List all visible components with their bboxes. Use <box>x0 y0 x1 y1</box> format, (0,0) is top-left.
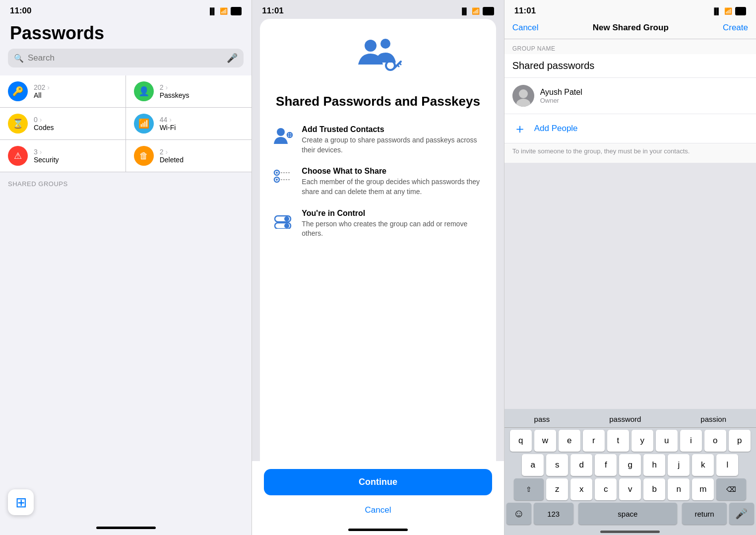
key-j[interactable]: j <box>668 454 690 476</box>
key-a[interactable]: a <box>522 454 544 476</box>
cancel-button[interactable]: Cancel <box>512 23 539 33</box>
battery-1: 91 <box>231 7 242 15</box>
feature-3-title: You're in Control <box>302 209 484 218</box>
panel2-bottom: Continue Cancel <box>252 461 504 535</box>
key-x[interactable]: x <box>570 478 592 500</box>
keyboard-rows: q w e r t y u i o p a s d f g h j k <box>504 428 756 500</box>
wifi-icon: 📶 <box>220 7 228 15</box>
key-w[interactable]: w <box>534 430 556 452</box>
key-f[interactable]: f <box>595 454 617 476</box>
grid-item-deleted[interactable]: 🗑 2 › Deleted <box>126 140 252 172</box>
add-icon: ⊞ <box>15 494 27 511</box>
status-bar-3: 11:01 ▐▌ 📶 91 <box>504 0 756 19</box>
keyboard-row-2: a s d f g h j k l <box>506 454 754 476</box>
key-v[interactable]: v <box>619 478 641 500</box>
key-s[interactable]: s <box>546 454 568 476</box>
key-q[interactable]: q <box>510 430 532 452</box>
key-emoji[interactable]: ☺ <box>506 503 531 525</box>
add-people-row[interactable]: ＋ Add People <box>504 114 756 143</box>
svg-point-1 <box>380 39 390 49</box>
key-shift[interactable]: ⇧ <box>514 478 544 500</box>
time-2: 11:01 <box>262 6 283 16</box>
key-m[interactable]: m <box>692 478 714 500</box>
key-i[interactable]: i <box>680 430 702 452</box>
keyboard-suggestions: pass password passion <box>504 409 756 428</box>
battery-3: 91 <box>735 7 746 15</box>
deleted-label: Deleted <box>160 156 244 164</box>
add-people-label[interactable]: Add People <box>534 124 578 134</box>
security-chevron: › <box>40 148 42 156</box>
feature-1-desc: Create a group to share passwords and pa… <box>302 135 484 155</box>
security-label: Security <box>34 156 118 164</box>
search-bar[interactable]: 🔍 🎤 <box>8 49 244 67</box>
key-g[interactable]: g <box>619 454 641 476</box>
intro-title: Shared Passwords and Passkeys <box>276 94 480 109</box>
signal-icon: ▐▌ <box>207 7 216 15</box>
status-icons-2: ▐▌ 📶 91 <box>460 7 494 15</box>
key-o[interactable]: o <box>704 430 726 452</box>
key-d[interactable]: d <box>570 454 592 476</box>
owner-row: Ayush Patel Owner <box>504 78 756 114</box>
group-name-input[interactable] <box>512 60 748 71</box>
key-z[interactable]: z <box>546 478 568 500</box>
key-p[interactable]: p <box>729 430 751 452</box>
search-input[interactable] <box>28 53 223 63</box>
signal-icon-3: ▐▌ <box>712 7 721 15</box>
all-chevron: › <box>47 83 50 91</box>
svg-point-0 <box>365 40 377 52</box>
passkeys-icon: 👤 <box>134 81 154 101</box>
status-bar-2: 11:01 ▐▌ 📶 91 <box>252 0 504 19</box>
grid-item-all[interactable]: 🔑 202 › All <box>0 75 126 108</box>
nav-bar: Cancel New Shared Group Create <box>504 19 756 39</box>
intro-content: Shared Passwords and Passkeys Add Truste… <box>260 19 496 514</box>
home-indicator-1 <box>0 527 252 529</box>
key-123[interactable]: 123 <box>534 503 573 525</box>
continue-button[interactable]: Continue <box>264 469 492 495</box>
suggestion-password[interactable]: password <box>603 413 647 425</box>
grid-item-wifi[interactable]: 📶 44 › Wi-Fi <box>126 108 252 140</box>
keyboard: pass password passion q w e r t y u i o … <box>504 409 756 535</box>
key-c[interactable]: c <box>595 478 617 500</box>
keyboard-row-3: ⇧ z x c v b n m ⌫ <box>506 478 754 500</box>
key-l[interactable]: l <box>716 454 738 476</box>
signal-icon-2: ▐▌ <box>460 7 469 15</box>
battery-2: 91 <box>483 7 494 15</box>
svg-line-5 <box>397 65 399 67</box>
passkeys-label: Passkeys <box>160 91 244 99</box>
key-r[interactable]: r <box>583 430 605 452</box>
key-y[interactable]: y <box>631 430 653 452</box>
group-name-field[interactable] <box>504 54 756 78</box>
deleted-chevron: › <box>165 148 168 156</box>
suggestion-passion[interactable]: passion <box>694 413 732 425</box>
grid-item-security[interactable]: ⚠ 3 › Security <box>0 140 126 172</box>
key-return[interactable]: return <box>682 503 727 525</box>
status-icons-1: ▐▌ 📶 91 <box>207 7 242 15</box>
key-b[interactable]: b <box>643 478 665 500</box>
add-button[interactable]: ⊞ <box>8 489 34 515</box>
keyboard-row-1: q w e r t y u i o p <box>506 430 754 452</box>
key-h[interactable]: h <box>643 454 665 476</box>
grid-item-passkeys[interactable]: 👤 2 › Passkeys <box>126 75 252 108</box>
key-delete[interactable]: ⌫ <box>716 478 746 500</box>
security-icon: ⚠ <box>8 146 28 166</box>
mic-icon[interactable]: 🎤 <box>227 53 238 64</box>
key-space[interactable]: space <box>578 503 677 525</box>
wifi-chevron: › <box>169 116 172 124</box>
feature-1-title: Add Trusted Contacts <box>302 125 484 134</box>
key-mic[interactable]: 🎤 <box>729 503 754 525</box>
key-t[interactable]: t <box>607 430 629 452</box>
feature-control: You're in Control The person who creates… <box>272 209 484 239</box>
key-n[interactable]: n <box>668 478 690 500</box>
key-u[interactable]: u <box>656 430 678 452</box>
codes-count: 0 <box>34 116 38 124</box>
create-button[interactable]: Create <box>723 23 748 33</box>
shared-groups-label: SHARED GROUPS <box>0 172 252 192</box>
grid-item-codes[interactable]: ⌛ 0 › Codes <box>0 108 126 140</box>
feature-control-icon <box>272 209 294 233</box>
suggestion-pass[interactable]: pass <box>528 413 556 425</box>
feature-3-desc: The person who creates the group can add… <box>302 219 484 239</box>
cancel-link[interactable]: Cancel <box>264 501 492 519</box>
codes-chevron: › <box>40 116 42 124</box>
key-e[interactable]: e <box>559 430 580 452</box>
key-k[interactable]: k <box>692 454 714 476</box>
